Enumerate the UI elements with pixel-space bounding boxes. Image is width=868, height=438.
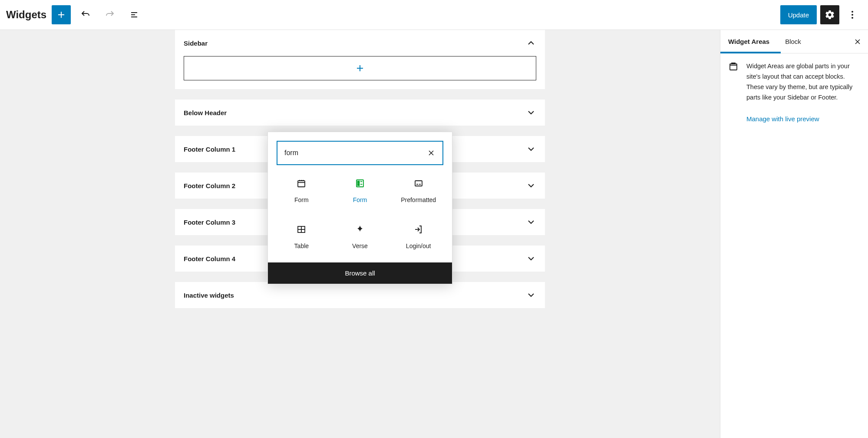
list-view-icon <box>129 10 139 20</box>
form-icon <box>355 178 365 189</box>
svg-point-7 <box>851 17 853 19</box>
widget-area-icon <box>728 61 739 72</box>
block-search-input-wrapper[interactable] <box>277 141 443 165</box>
block-search-input[interactable] <box>284 149 427 157</box>
kebab-icon <box>847 10 858 20</box>
block-item[interactable]: Table <box>272 220 331 254</box>
browse-all-button[interactable]: Browse all <box>268 262 452 284</box>
chevron-down-icon <box>526 253 536 264</box>
widget-area-name: Footer Column 1 <box>184 146 235 153</box>
block-item[interactable]: Preformatted <box>389 174 448 208</box>
page-title: Widgets <box>6 9 46 21</box>
plus-icon <box>56 10 66 20</box>
undo-button[interactable] <box>76 5 95 24</box>
chevron-down-icon <box>526 180 536 191</box>
calendar-icon <box>296 178 307 189</box>
block-inserter-popup: FormFormPreformattedTableVerseLogin/out … <box>267 132 452 284</box>
block-item-label: Login/out <box>406 242 431 249</box>
plus-icon <box>355 63 365 73</box>
redo-button[interactable] <box>100 5 119 24</box>
close-icon <box>427 149 436 157</box>
chevron-down-icon <box>526 144 536 154</box>
preformatted-icon <box>413 178 424 189</box>
svg-rect-22 <box>415 181 422 186</box>
add-block-appender[interactable] <box>184 56 536 80</box>
widget-area-header[interactable]: Below Header <box>175 100 545 126</box>
list-view-button[interactable] <box>125 5 144 24</box>
svg-rect-18 <box>357 181 359 183</box>
svg-rect-12 <box>298 181 305 187</box>
widget-area-name: Inactive widgets <box>184 292 234 299</box>
widget-area-name: Footer Column 4 <box>184 255 235 262</box>
close-icon <box>853 37 862 46</box>
block-item[interactable]: Form <box>331 174 389 208</box>
close-sidebar-button[interactable] <box>847 37 868 46</box>
block-item-label: Table <box>294 242 309 249</box>
settings-button[interactable] <box>820 5 839 24</box>
chevron-down-icon <box>526 217 536 227</box>
widget-area-name: Footer Column 3 <box>184 219 235 226</box>
gear-icon <box>825 10 835 20</box>
chevron-down-icon <box>526 107 536 118</box>
settings-sidebar: Widget Areas Block Widget Areas are glob… <box>720 30 868 438</box>
svg-point-5 <box>851 11 853 13</box>
undo-icon <box>80 10 91 20</box>
svg-rect-20 <box>357 184 359 186</box>
widget-area-name: Footer Column 2 <box>184 182 235 189</box>
verse-icon <box>355 224 365 235</box>
block-item[interactable]: Login/out <box>389 220 448 254</box>
redo-icon <box>105 10 115 20</box>
block-item-label: Preformatted <box>401 196 436 203</box>
chevron-down-icon <box>526 290 536 300</box>
svg-point-6 <box>851 14 853 16</box>
more-options-button[interactable] <box>843 5 862 24</box>
widget-area-name: Below Header <box>184 109 227 116</box>
clear-search-button[interactable] <box>427 149 436 157</box>
widget-area-header[interactable]: Inactive widgets <box>175 282 545 308</box>
widget-area-description: Widget Areas are global parts in your si… <box>746 61 860 103</box>
login-icon <box>413 224 424 235</box>
add-block-button[interactable] <box>52 5 71 24</box>
block-item-label: Form <box>294 196 309 203</box>
block-item[interactable]: Verse <box>331 220 389 254</box>
chevron-up-icon <box>526 38 536 48</box>
block-item-label: Verse <box>352 242 368 249</box>
manage-live-preview-link[interactable]: Manage with live preview <box>720 111 868 130</box>
block-item[interactable]: Form <box>272 174 331 208</box>
widget-area-name: Sidebar <box>184 40 208 47</box>
block-item-label: Form <box>353 196 367 203</box>
widget-area-header[interactable]: Sidebar <box>175 30 545 56</box>
table-icon <box>296 224 307 235</box>
tab-block[interactable]: Block <box>777 30 809 53</box>
update-button[interactable]: Update <box>780 5 817 24</box>
tab-widget-areas[interactable]: Widget Areas <box>720 30 777 53</box>
